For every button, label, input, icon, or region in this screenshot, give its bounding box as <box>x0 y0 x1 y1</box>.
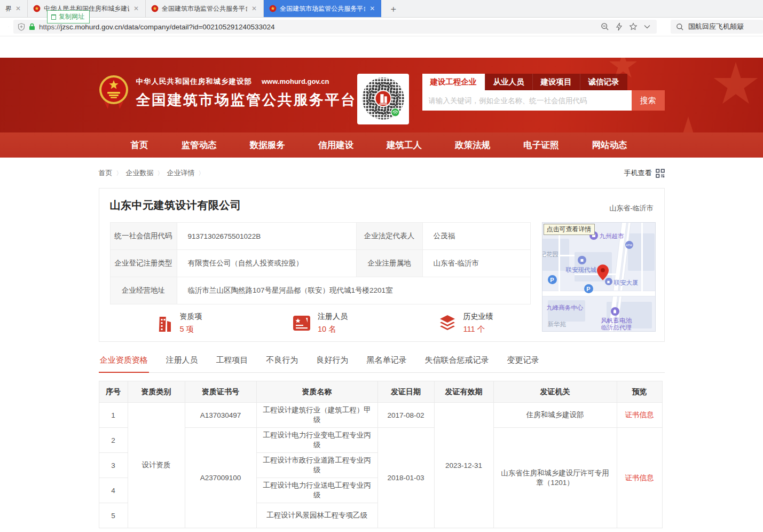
qualification-category: 设计资质 <box>128 403 185 528</box>
map-label-garden: 纪花园 <box>542 251 559 259</box>
platform-title: 全国建筑市场监管公共服务平台 <box>136 90 357 109</box>
header-search-module: 建设工程企业 从业人员 建设项目 诚信记录 搜索 <box>422 74 665 111</box>
search-icon <box>676 23 684 31</box>
nav-item-home[interactable]: 首页 <box>131 139 148 151</box>
search-tab-enterprise[interactable]: 建设工程企业 <box>422 74 485 90</box>
tab-bad-behavior[interactable]: 不良行为 <box>265 355 300 372</box>
credit-code-label: 统一社会信用代码 <box>110 223 177 250</box>
breadcrumb-separator: 〉 <box>199 169 204 177</box>
site-header: 中华人民共和国住房和城乡建设部 www.mohurd.gov.cn 全国建筑市场… <box>0 58 763 132</box>
map-label-xinhua: 新华苑 <box>548 320 567 328</box>
shield-icon[interactable] <box>18 23 25 31</box>
search-tab-personnel[interactable]: 从业人员 <box>485 74 532 90</box>
browser-tab-jzsc-active[interactable]: 全国建筑市场监管公共服务平台 ✕ <box>264 0 381 17</box>
flash-icon[interactable] <box>616 22 623 31</box>
breadcrumb: 首页〉 企业数据〉 企业详情〉 手机查看 <box>99 168 665 178</box>
search-category-tabs: 建设工程企业 从业人员 建设项目 诚信记录 <box>422 74 665 90</box>
url-text: https://jzsc.mohurd.gov.cn/data/company/… <box>39 23 597 31</box>
reg-region-value: 山东省-临沂市 <box>422 250 530 277</box>
nav-item-e-license[interactable]: 电子证照 <box>523 139 559 151</box>
breadcrumb-separator: 〉 <box>158 169 163 177</box>
qualification-table: 序号 资质类别 资质证书号 资质名称 发证日期 发证有效期 发证机关 预览 1 … <box>99 381 663 528</box>
tab-enterprise-qualifications[interactable]: 企业资质资格 <box>99 355 149 373</box>
stat-qualifications[interactable]: 资质项5 项 <box>155 312 202 334</box>
company-name: 山东中元建筑设计有限公司 <box>110 198 241 213</box>
company-stats: 资质项5 项 注册人员10 名 历史业绩111 个 <box>110 312 531 334</box>
company-info-table: 统一社会信用代码 91371302675501022B 企业法定代表人 公茂福 … <box>110 222 531 304</box>
mobile-view-label[interactable]: 手机查看 <box>624 168 652 178</box>
tab-title: 界 <box>5 4 11 13</box>
site-logo[interactable]: 中华人民共和国住房和城乡建设部 www.mohurd.gov.cn 全国建筑市场… <box>99 74 357 112</box>
nav-item-workers[interactable]: 建筑工人 <box>387 139 422 151</box>
tab-good-behavior[interactable]: 良好行为 <box>316 355 350 372</box>
nav-item-policy[interactable]: 政策法规 <box>455 139 490 151</box>
company-location-map[interactable]: 点击可查看详情 九州超市 ATM 纪花园 联安现代城 联安大厦 P P 九峰商务… <box>542 222 656 332</box>
breadcrumb-home[interactable]: 首页 <box>99 168 113 178</box>
nav-item-site-news[interactable]: 网站动态 <box>592 139 627 151</box>
table-header-row: 序号 资质类别 资质证书号 资质名称 发证日期 发证有效期 发证机关 预览 <box>99 381 662 403</box>
map-label-lianan-tower: 联安大厦 <box>614 279 639 287</box>
qr-code <box>357 74 409 124</box>
search-button[interactable]: 搜索 <box>632 90 665 111</box>
address-bar: https://jzsc.mohurd.gov.cn/data/company/… <box>0 18 763 36</box>
credit-code-value: 91371302675501022B <box>177 223 356 250</box>
battery-marker-icon <box>611 307 619 316</box>
copy-icon <box>51 14 56 20</box>
stat-registered-personnel[interactable]: 注册人员10 名 <box>292 312 348 334</box>
new-tab-button[interactable]: ＋ <box>381 0 405 17</box>
tab-dishonesty-records[interactable]: 失信联合惩戒记录 <box>424 355 490 372</box>
tab-title: 全国建筑市场监管公共服务平台 <box>162 4 247 13</box>
nav-item-credit[interactable]: 信用建设 <box>318 139 353 151</box>
breadcrumb-company-data[interactable]: 企业数据 <box>126 168 154 178</box>
reg-type-label: 企业登记注册类型 <box>110 250 177 277</box>
map-label-supermarket: 九州超市 <box>600 232 624 240</box>
qualification-icon <box>155 314 174 333</box>
flag-star-decoration <box>713 62 759 108</box>
parking-icon: P <box>548 275 557 284</box>
search-tab-project[interactable]: 建设项目 <box>532 74 580 90</box>
favorite-star-icon[interactable] <box>629 22 638 31</box>
stat-historical-performance[interactable]: 历史业绩111 个 <box>438 312 493 334</box>
tab-blacklist[interactable]: 黑名单记录 <box>366 355 408 372</box>
breadcrumb-company-detail[interactable]: 企业详情 <box>167 168 195 178</box>
certificate-info-link[interactable]: 证书信息 <box>617 403 662 428</box>
map-label-lianan-city: 联安现代城 <box>566 266 597 274</box>
performance-icon <box>438 314 457 332</box>
map-label-battery-2: 临沂总代理 <box>601 324 632 332</box>
chevron-down-icon[interactable] <box>644 25 650 29</box>
browser-tab-jzsc-1[interactable]: 全国建筑市场监管公共服务平台 ✕ <box>146 0 264 17</box>
close-tab-icon[interactable]: ✕ <box>14 5 22 12</box>
map-pin-icon <box>597 264 609 280</box>
copy-url-tooltip[interactable]: 复制网址 <box>47 10 90 24</box>
browser-search-box[interactable] <box>671 20 763 34</box>
company-summary-card: 山东中元建筑设计有限公司 山东省-临沂市 统一社会信用代码 9137130267… <box>99 188 665 342</box>
close-tab-icon[interactable]: ✕ <box>368 5 376 12</box>
tab-registered-personnel[interactable]: 注册人员 <box>165 355 199 372</box>
keyword-search-input[interactable] <box>422 90 632 111</box>
site-favicon <box>33 5 41 12</box>
address-label: 企业经营地址 <box>110 277 177 304</box>
nav-item-data-service[interactable]: 数据服务 <box>250 139 285 151</box>
browser-search-input[interactable] <box>688 23 758 31</box>
url-field[interactable]: https://jzsc.mohurd.gov.cn/data/company/… <box>13 20 657 34</box>
mobile-qr-icon[interactable] <box>656 169 665 178</box>
browser-window: 界 ✕ 中华人民共和国住房和城乡建设 ✕ 全国建筑市场监管公共服务平台 ✕ 全国… <box>0 0 763 532</box>
close-tab-icon[interactable]: ✕ <box>250 5 258 12</box>
legal-rep-label: 企业法定代表人 <box>356 223 422 250</box>
tab-change-records[interactable]: 变更记录 <box>506 355 540 372</box>
bookmark-star-icon[interactable] <box>9 22 9 32</box>
nav-item-supervision[interactable]: 监管动态 <box>182 139 217 151</box>
close-tab-icon[interactable]: ✕ <box>132 5 140 12</box>
map-tooltip: 点击可查看详情 <box>544 224 595 235</box>
tab-projects[interactable]: 工程项目 <box>215 355 249 372</box>
zoom-out-icon[interactable] <box>601 22 609 31</box>
company-region: 山东省-临沂市 <box>609 204 653 213</box>
site-favicon <box>151 5 159 12</box>
search-tab-credit[interactable]: 诚信记录 <box>580 74 627 90</box>
national-emblem <box>99 74 129 112</box>
tab-title: 全国建筑市场监管公共服务平台 <box>280 4 365 13</box>
breadcrumb-separator: 〉 <box>116 169 122 177</box>
certificate-info-link[interactable]: 证书信息 <box>617 428 662 528</box>
page-top-whitespace <box>0 36 763 58</box>
browser-tab-partial[interactable]: 界 ✕ <box>0 0 28 17</box>
